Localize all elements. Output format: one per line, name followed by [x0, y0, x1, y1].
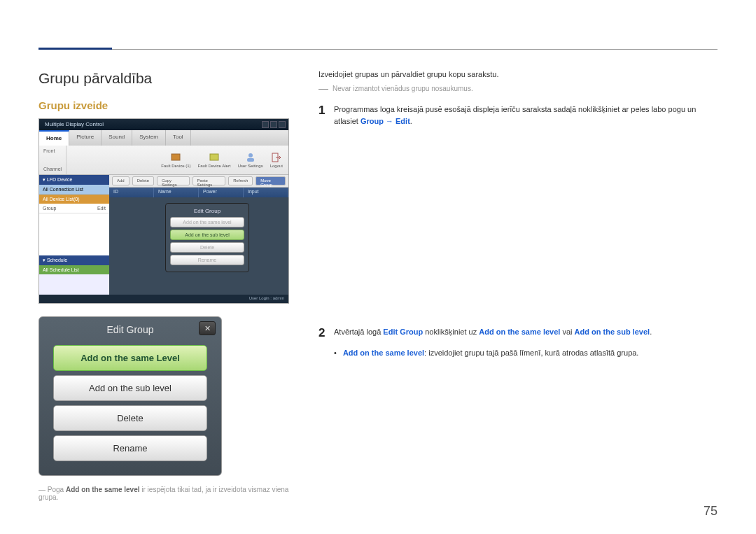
step-number: 2	[318, 326, 334, 340]
tab-bar: Home Picture Sound System Tool	[39, 130, 288, 146]
min-icon[interactable]	[262, 121, 269, 128]
fault-device-icon[interactable]: Fault Device (1)	[161, 152, 190, 168]
tab-home[interactable]: Home	[39, 130, 69, 146]
svg-rect-0	[172, 154, 180, 160]
bullet-item: • Add on the same level: izveidojiet gru…	[334, 347, 718, 359]
close-button[interactable]: ✕	[199, 321, 216, 335]
svg-point-2	[248, 153, 253, 157]
popup-rename[interactable]: Rename	[170, 255, 244, 265]
note-text: Nevar izmantot vienādus grupu nosaukumus…	[332, 85, 473, 92]
sidebar-edit-label: Edit	[97, 206, 106, 211]
toolbar-label: Front	[43, 148, 62, 153]
step-body: Atvērtajā logā Edit Group noklikšķiniet …	[334, 326, 652, 340]
logout-icon[interactable]: Logout	[270, 152, 283, 168]
close-icon[interactable]	[279, 121, 286, 128]
step2-bold1: Edit Group	[383, 328, 423, 336]
fault-alert-icon[interactable]: Fault Device Alert	[198, 152, 231, 168]
popup-add-same-level[interactable]: Add on the same level	[170, 217, 244, 227]
popup-add-sub-level[interactable]: Add on the sub level	[170, 230, 244, 240]
delete-button[interactable]: Delete	[53, 405, 207, 431]
note-line: ― Nevar izmantot vienādus grupu nosaukum…	[318, 83, 718, 94]
add-sub-level-button[interactable]: Add on the sub level	[53, 375, 207, 401]
max-icon[interactable]	[270, 121, 277, 128]
window-title: Multiple Display Control	[45, 121, 104, 127]
dialog-title-text: Edit Group	[107, 324, 154, 335]
tab-sound[interactable]: Sound	[102, 130, 132, 146]
add-button[interactable]: Add	[112, 176, 130, 185]
note-dash-icon: ―	[318, 83, 328, 94]
step-number: 1	[318, 104, 334, 127]
window-titlebar: Multiple Display Control	[39, 119, 288, 130]
sidebar-item-all-conn[interactable]: All Connection List	[39, 185, 109, 195]
dialog-title: Edit Group ✕	[39, 317, 221, 341]
bullet-dot-icon: •	[334, 349, 337, 357]
step2-pre: Atvērtajā logā	[334, 328, 383, 336]
copy-settings-button[interactable]: Copy Settings	[157, 176, 190, 185]
status-bar: User Login : admin	[39, 295, 288, 303]
left-column: Grupu pārvaldība Grupu izveide Multiple …	[38, 70, 298, 501]
top-rule	[38, 49, 718, 50]
bullet-label: Add on the same level	[343, 349, 424, 357]
popup-title: Edit Group	[170, 208, 244, 214]
step1-group-link: Group	[360, 117, 384, 125]
footnote-bold: Add on the same level	[66, 486, 140, 493]
svg-rect-3	[247, 158, 254, 162]
sidebar-item-schedule[interactable]: All Schedule List	[39, 265, 109, 274]
icon-label: Fault Device Alert	[198, 164, 231, 168]
intro-text: Izveidojiet grupas un pārvaldiet grupu k…	[318, 70, 718, 78]
delete-button[interactable]: Delete	[132, 176, 154, 185]
step1-edit-link: → Edit	[384, 117, 410, 125]
step2-bold2: Add on the same level	[479, 328, 560, 336]
rename-button[interactable]: Rename	[53, 435, 207, 461]
step-1: 1 Programmas loga kreisajā pusē esošajā …	[318, 104, 718, 127]
col-power: Power	[199, 188, 244, 197]
app-body: ▾ LFD Device All Connection List All Dev…	[39, 175, 288, 295]
sidebar-header-lfd[interactable]: ▾ LFD Device	[39, 175, 109, 185]
step2-bold3: Add on the sub level	[575, 328, 650, 336]
sidebar: ▾ LFD Device All Connection List All Dev…	[39, 175, 109, 295]
paste-settings-button[interactable]: Paste Settings	[192, 176, 226, 185]
col-input: Input	[244, 188, 288, 197]
icon-label: User Settings	[238, 164, 263, 168]
right-column: Izveidojiet grupas un pārvaldiet grupu k…	[318, 70, 718, 359]
icon-label: Fault Device (1)	[161, 164, 190, 168]
add-same-level-button[interactable]: Add on the same Level	[53, 345, 207, 371]
col-name: Name	[154, 188, 199, 197]
app-screenshot: Multiple Display Control Home Picture So…	[38, 118, 289, 304]
svg-rect-1	[210, 154, 218, 160]
window-controls	[262, 121, 286, 128]
page-number: 75	[704, 504, 718, 519]
button-row: Add Delete Copy Settings Paste Settings …	[109, 175, 288, 188]
edit-group-dialog: Edit Group ✕ Add on the same Level Add o…	[38, 316, 222, 476]
tab-tool[interactable]: Tool	[166, 130, 191, 146]
toolbar-group-front: Front Channel	[39, 146, 66, 174]
step-body: Programmas loga kreisajā pusē esošajā di…	[334, 104, 718, 127]
icon-label: Logout	[270, 164, 283, 168]
tab-system[interactable]: System	[132, 130, 166, 146]
toolbar: Front Channel Fault Device (1) Fault Dev…	[39, 146, 288, 175]
column-headers: ID Name Power Input	[109, 188, 288, 197]
section-title: Grupu izveide	[38, 99, 298, 111]
sidebar-header-schedule[interactable]: ▾ Schedule	[39, 255, 109, 265]
refresh-button[interactable]: Refresh	[228, 176, 253, 185]
popup-delete[interactable]: Delete	[170, 242, 244, 253]
col-id: ID	[109, 188, 154, 197]
footnote-pre: Poga	[48, 486, 66, 493]
step-2: 2 Atvērtajā logā Edit Group noklikšķinie…	[318, 326, 718, 340]
tab-picture[interactable]: Picture	[69, 130, 102, 146]
step1-post: .	[410, 117, 412, 125]
page-title: Grupu pārvaldība	[38, 70, 298, 87]
bullet-tail: : izveidojiet grupu tajā pašā līmenī, ku…	[424, 349, 638, 357]
sidebar-spacer	[39, 213, 109, 255]
sidebar-item-all-device[interactable]: All Device List(0)	[39, 195, 109, 204]
sidebar-group-label: Group	[43, 206, 56, 211]
main-panel: Add Delete Copy Settings Paste Settings …	[109, 175, 288, 295]
step2-post: .	[650, 328, 652, 336]
step2-mid2: vai	[560, 328, 574, 336]
toolbar-icons: Fault Device (1) Fault Device Alert User…	[155, 146, 288, 174]
footnote: ― Poga Add on the same level ir iespējot…	[38, 486, 298, 501]
user-settings-icon[interactable]: User Settings	[238, 152, 263, 168]
sidebar-group-row[interactable]: Group Edit	[39, 204, 109, 213]
move-group-button[interactable]: Move Group	[255, 176, 286, 185]
edit-group-popup: Edit Group Add on the same level Add on …	[165, 203, 249, 272]
